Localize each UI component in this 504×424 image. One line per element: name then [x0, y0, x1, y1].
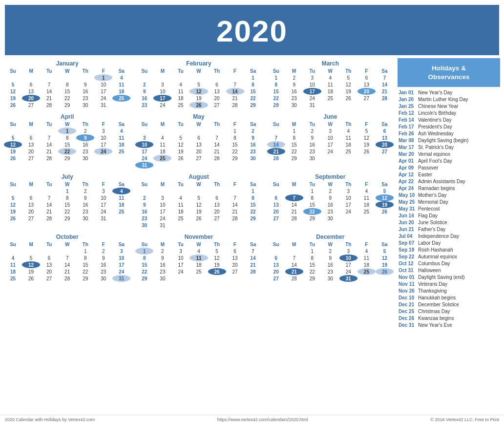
holiday-list: Jan 01New Year's DayJan 20Martin Luther … [398, 89, 500, 328]
holiday-name: Hanukkah begins [418, 295, 456, 300]
holiday-item: Dec 25Christmas Day [398, 308, 500, 315]
holiday-name: Ramadan begins [418, 186, 455, 191]
holiday-name: Veterans Day [418, 281, 447, 287]
holiday-item: Oct 31Halloween [398, 267, 500, 274]
holiday-name: Lincoln's Birthday [418, 110, 456, 116]
holiday-date: Feb 12 [399, 110, 416, 116]
holiday-name: Passover [418, 165, 439, 170]
holiday-name: Martin Luther King Day [418, 97, 468, 102]
main-content: January SuMTuWThFSa 1 4 567891011 121314… [0, 58, 504, 413]
holiday-name: Christmas Day [418, 309, 450, 314]
holiday-name: Father's Day [418, 227, 445, 232]
holiday-name: Halloween [418, 268, 441, 273]
holiday-name: President's Day [418, 124, 452, 129]
holiday-name: Memorial Day [418, 199, 448, 205]
holiday-date: Nov 11 [399, 281, 416, 287]
holiday-date: Jan 01 [399, 90, 416, 95]
month-june: June SuMTuWThFSa 123456 78910111213 1415… [267, 111, 394, 169]
month-title-september: September [267, 173, 394, 180]
holiday-date: Oct 12 [399, 261, 416, 266]
holiday-date: Jan 25 [399, 104, 416, 109]
cal-table-june: SuMTuWThFSa 123456 78910111213 141516171… [267, 121, 394, 162]
holiday-date: Feb 14 [399, 117, 416, 123]
holiday-date: Jul 04 [399, 233, 416, 239]
holiday-item: Mar 20Vernal equinox [398, 150, 500, 157]
holiday-name: December Solstice [418, 302, 459, 307]
holiday-item: Feb 17President's Day [398, 123, 500, 130]
holiday-item: Jan 25Chinese New Year [398, 103, 500, 109]
calendar-section: January SuMTuWThFSa 1 4 567891011 121314… [4, 58, 398, 413]
cal-table-august: SuMTuWThFSa 1 2345678 9101112131415 1617… [135, 181, 262, 229]
cal-table-july: SuMTuWThFSa 1234 567891011 1213141516171… [4, 181, 130, 222]
holiday-item: Oct 12Columbus Day [398, 260, 500, 267]
month-october: October SuMTuWThFSa 123 45678910 1112131… [4, 232, 130, 282]
holiday-name: Columbus Day [418, 261, 450, 266]
holiday-date: Sep 22 [399, 254, 416, 259]
holiday-item: Jul 04Independence Day [398, 233, 500, 239]
holiday-item: May 31Pentecost [398, 205, 500, 212]
holiday-item: Nov 26Thanksgiving [398, 287, 500, 294]
month-december: December SuMTuWThFSa 12345 6789101112 13… [267, 232, 394, 282]
holiday-name: June Solstice [418, 220, 447, 225]
holiday-date: Apr 01 [399, 158, 416, 164]
cal-table-january: SuMTuWThFSa 1 4 567891011 12131415161718 [4, 68, 130, 108]
holiday-name: Mother's Day [418, 192, 447, 198]
page: 2020 January SuMTuWThFSa 1 4 5678 [0, 0, 504, 424]
holiday-name: Pentecost [418, 206, 440, 212]
holiday-item: Nov 01Daylight Saving (end) [398, 274, 500, 280]
month-july: July SuMTuWThFSa 1234 567891011 12131415… [4, 171, 130, 229]
holiday-name: Autumnal equinox [418, 254, 457, 259]
month-august: August SuMTuWThFSa 1 2345678 91011121314… [135, 171, 262, 229]
holiday-name: Independence Day [418, 233, 459, 239]
footer-left: 2020 Calendar with Holidays by Vertex42.… [5, 417, 95, 422]
holiday-date: Mar 20 [399, 151, 416, 157]
holiday-date: Apr 12 [399, 172, 416, 177]
month-february: February SuMTuWThFSa 1 2345678 910111213… [135, 58, 262, 108]
holiday-name: New Year's Day [418, 90, 452, 95]
holiday-date: Jan 20 [399, 97, 416, 102]
holiday-date: Nov 01 [399, 275, 416, 280]
holiday-item: May 10Mother's Day [398, 191, 500, 198]
holiday-date: Oct 31 [399, 268, 416, 273]
month-title-november: November [135, 233, 262, 240]
month-january: January SuMTuWThFSa 1 4 567891011 121314… [4, 58, 130, 108]
holiday-date: Jun 20 [399, 220, 416, 225]
month-title-april: April [4, 113, 130, 120]
month-title-may: May [135, 113, 262, 120]
holiday-item: Apr 12Easter [398, 171, 500, 178]
holiday-date: Nov 26 [399, 288, 416, 294]
month-may: May SuMTuWThFSa 12 3456789 1011121314151… [135, 111, 262, 169]
holiday-date: Apr 24 [399, 186, 416, 191]
holiday-name: Rosh Hashanah [418, 247, 453, 253]
month-september: September SuMTuWThFSa 12345 6789101112 1… [267, 171, 394, 229]
holiday-item: Jan 01New Year's Day [398, 89, 500, 96]
month-november: November SuMTuWThFSa 1234567 89101112131… [135, 232, 262, 282]
holiday-item: Jun 21Father's Day [398, 226, 500, 233]
holiday-date: May 25 [399, 199, 416, 205]
holiday-name: Valentine's Day [418, 117, 451, 123]
month-title-january: January [4, 60, 130, 67]
holiday-item: Feb 12Lincoln's Birthday [398, 109, 500, 116]
holiday-name: Daylight Saving (begin) [418, 138, 468, 143]
holiday-item: Dec 10Hanukkah begins [398, 294, 500, 301]
holiday-name: Thanksgiving [418, 288, 447, 294]
holiday-date: Sep 07 [399, 240, 416, 246]
holiday-date: Sep 19 [399, 247, 416, 253]
holiday-date: Dec 26 [399, 316, 416, 321]
holiday-date: May 10 [399, 192, 416, 198]
holiday-name: Vernal equinox [418, 151, 450, 157]
holiday-item: Jun 20June Solstice [398, 219, 500, 226]
holiday-item: Sep 07Labor Day [398, 239, 500, 246]
holiday-item: Sep 22Autumnal equinox [398, 253, 500, 260]
holiday-item: Feb 14Valentine's Day [398, 116, 500, 123]
holiday-item: Dec 31New Year's Eve [398, 321, 500, 328]
cal-table-february: SuMTuWThFSa 1 2345678 9101112131415 1617… [135, 68, 262, 108]
holiday-item: Mar 17St. Patrick's Day [398, 144, 500, 150]
holiday-item: Nov 11Veterans Day [398, 280, 500, 287]
holiday-date: Dec 10 [399, 295, 416, 300]
holiday-date: Jun 21 [399, 227, 416, 232]
holiday-date: Mar 17 [399, 145, 416, 150]
holiday-item: Apr 22Admin Assistants Day [398, 178, 500, 185]
holiday-name: Flag Day [418, 213, 438, 218]
holiday-name: Admin Assistants Day [418, 179, 465, 184]
